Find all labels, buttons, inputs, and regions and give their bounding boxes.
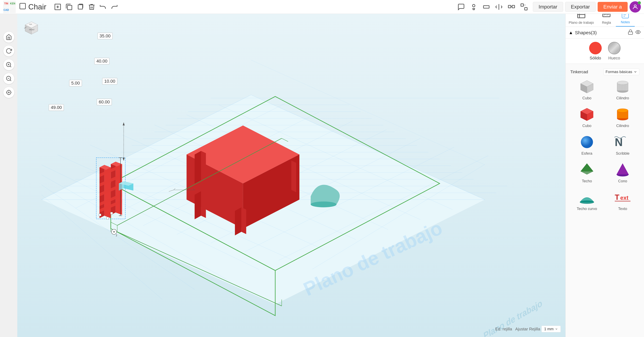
shape-esfera[interactable]: Esfera (570, 132, 604, 158)
expand-icon[interactable]: ▲ (569, 30, 573, 35)
svg-marker-124 (195, 191, 201, 219)
svg-line-67 (10, 80, 11, 81)
measurement-40: 40.00 (94, 58, 110, 64)
duplicate-button[interactable] (64, 2, 74, 12)
shapes-bar: ▲ Shapes(3) (566, 27, 644, 39)
svg-rect-148 (106, 217, 109, 219)
scribble-preview: N (613, 134, 632, 150)
zoom-in-button[interactable] (3, 59, 14, 70)
grid-edit-label: Ed. rejilla (495, 327, 512, 332)
shape-cono[interactable]: Cono (606, 160, 640, 185)
svg-marker-130 (285, 161, 291, 194)
shapes-count: Shapes(3) (575, 30, 626, 35)
shape-techo-curvo[interactable]: Techo curvo (570, 188, 604, 213)
measurement-49: 49.00 (49, 104, 64, 111)
zoom-out-button[interactable] (3, 73, 14, 84)
svg-text:T: T (615, 193, 619, 201)
solid-type[interactable]: Sólido (589, 42, 602, 60)
svg-rect-10 (512, 5, 514, 8)
shape-type-selector: Sólido Hueco (566, 39, 644, 64)
cilindro-orange-label: Cilindro (616, 124, 629, 128)
tab-regla-label: Regla (602, 20, 611, 25)
shape-techo[interactable]: Techo (570, 160, 604, 185)
logo-cad: CAD (3, 7, 9, 13)
view-toolbar (456, 2, 529, 12)
svg-rect-149 (110, 212, 113, 214)
comment-icon[interactable] (456, 2, 466, 12)
hole-label: Hueco (608, 56, 620, 60)
cono-label: Cono (618, 179, 627, 183)
visibility-icon[interactable] (635, 29, 641, 36)
cubo-gray-preview (578, 79, 596, 94)
library-title: Tinkercad (570, 70, 588, 74)
svg-rect-147 (99, 214, 101, 216)
delete-button[interactable] (87, 2, 97, 12)
solid-circle (589, 42, 602, 54)
grid-info: Ed. rejilla Ajustar Rejilla 1 mm (495, 326, 561, 332)
shape-cilindro-gray[interactable]: Cilindro (606, 77, 640, 102)
canvas-area[interactable]: FRONT LEFT TOP (17, 14, 566, 337)
enviar-button[interactable]: Enviar a (598, 2, 628, 12)
fit-button[interactable] (3, 87, 14, 98)
shape-scribble[interactable]: N Scribble (606, 132, 640, 158)
shape-library: Tinkercad Formas básicas (569, 67, 641, 214)
svg-rect-0 (20, 3, 26, 9)
cilindro-orange-preview (613, 106, 632, 122)
undo-button[interactable] (98, 2, 108, 12)
svg-marker-127 (241, 207, 246, 234)
measurement-60: 60.00 (97, 99, 112, 105)
logo-ken: KEN (10, 1, 16, 7)
new-button[interactable] (53, 2, 63, 12)
svg-point-15 (634, 5, 636, 7)
library-header: Tinkercad Formas básicas (570, 68, 639, 75)
snap-dropdown[interactable]: 1 mm (542, 326, 561, 332)
shape-cilindro-orange[interactable]: Cilindro (606, 105, 640, 130)
svg-point-162 (113, 231, 114, 232)
shape-cubo-red[interactable]: Cubo (570, 105, 604, 130)
rotate-button[interactable] (3, 45, 14, 56)
svg-point-57 (580, 200, 594, 204)
exportar-button[interactable]: Exportar (565, 2, 596, 12)
svg-point-69 (8, 92, 10, 93)
logo-tin: TIN (3, 1, 9, 7)
copy-button[interactable] (75, 2, 85, 12)
cubo-red-label: Cubo (582, 124, 591, 128)
tab-notes-label: Notes (621, 20, 630, 24)
lock-icon[interactable] (628, 29, 633, 36)
hole-circle (608, 42, 620, 54)
flip-icon[interactable] (494, 2, 504, 12)
svg-rect-12 (521, 4, 524, 6)
techo-label: Techo (582, 179, 592, 183)
group-icon[interactable] (506, 2, 516, 12)
lightbulb-icon[interactable] (469, 2, 479, 12)
project-title: Chair (28, 2, 46, 11)
align-icon[interactable] (481, 2, 491, 12)
svg-rect-4 (68, 5, 72, 10)
user-avatar[interactable] (630, 1, 641, 12)
shape-cubo-gray[interactable]: Cubo (570, 77, 604, 102)
texto-preview: T ext (613, 190, 632, 205)
svg-point-50 (617, 108, 628, 112)
svg-point-29 (638, 32, 639, 33)
logo[interactable]: TIN KEN CAD (3, 1, 16, 13)
svg-rect-8 (484, 6, 489, 8)
shape-texto[interactable]: T ext Texto (606, 188, 640, 213)
redo-button[interactable] (109, 2, 119, 12)
scribble-label: Scribble (616, 151, 630, 156)
measurement-10: 10.00 (102, 78, 117, 84)
edit-toolbar (53, 2, 119, 12)
svg-rect-9 (508, 5, 511, 8)
svg-rect-28 (628, 32, 633, 34)
importar-button[interactable]: Importar (533, 2, 563, 12)
cilindro-gray-label: Cilindro (616, 96, 629, 100)
cubo-gray-label: Cubo (582, 96, 591, 100)
hole-type[interactable]: Hueco (608, 42, 620, 60)
action-buttons: Importar Exportar Enviar a (533, 1, 641, 12)
library-dropdown[interactable]: Formas básicas (604, 68, 639, 75)
texto-label: Texto (618, 206, 627, 211)
ungroup-icon[interactable] (519, 2, 529, 12)
svg-rect-13 (525, 8, 527, 10)
svg-line-63 (10, 66, 11, 67)
home-button[interactable] (3, 32, 14, 43)
svg-marker-54 (581, 164, 593, 174)
